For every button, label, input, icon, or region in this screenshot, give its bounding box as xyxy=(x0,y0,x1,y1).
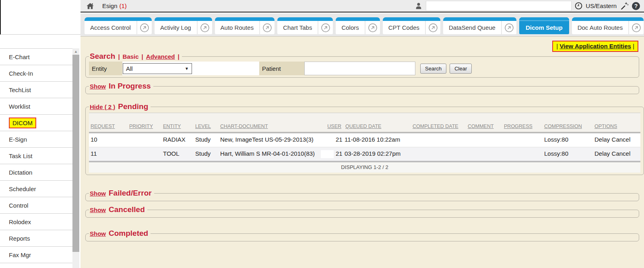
user-blank-box xyxy=(321,150,334,158)
cell-user: 21 xyxy=(334,133,344,147)
timezone-label[interactable]: US/Eastern xyxy=(586,2,617,9)
sidebar-item-control[interactable]: Control xyxy=(0,197,72,214)
sidebar-item-task-list[interactable]: Task List xyxy=(0,148,72,164)
sidebar-item-worklist[interactable]: Worklist xyxy=(0,98,72,115)
option-delay[interactable]: Delay xyxy=(594,150,610,157)
patient-input[interactable] xyxy=(304,62,415,75)
cell-comment xyxy=(466,147,502,162)
user-blank-box xyxy=(321,136,334,144)
cancelled-toggle-link[interactable]: Show xyxy=(90,206,106,213)
tab-dicom-setup[interactable]: Dicom Setup xyxy=(519,17,569,34)
chevron-down-icon: ▼ xyxy=(185,66,192,71)
sidebar-item-techlist[interactable]: TechList xyxy=(0,82,72,98)
cell-comment xyxy=(466,133,502,147)
cancelled-legend: Show Cancelled xyxy=(89,205,147,214)
sidebar-item-rolodex[interactable]: Rolodex xyxy=(0,214,72,230)
clock-icon[interactable] xyxy=(575,2,582,10)
pending-toggle-link[interactable]: Hide ( 2 ) xyxy=(90,103,115,110)
cell-entity: TOOL xyxy=(161,147,194,162)
tab-accent-bar xyxy=(443,17,516,21)
cell-blank xyxy=(319,133,334,147)
sidebar-scrollbar[interactable]: ▲ xyxy=(72,48,79,268)
tab-colors[interactable]: Colors xyxy=(336,17,380,34)
search-section: Search | Basic | Advanced | Entity All ▼… xyxy=(85,52,639,78)
external-link-icon[interactable] xyxy=(318,21,333,34)
sidebar-item-scheduler[interactable]: Scheduler xyxy=(0,181,72,197)
column-header-progress[interactable]: PROGRESS xyxy=(502,113,543,133)
tab-doc-auto-routes[interactable]: Doc Auto Routes xyxy=(572,17,644,34)
tab-label: Activity Log xyxy=(155,21,197,34)
tab-activity-log[interactable]: Activity Log xyxy=(155,17,212,34)
sidebar-menu: E-Chart Check-In TechList Worklist DICOM… xyxy=(0,48,72,263)
scrollbar-up-arrow[interactable]: ▲ xyxy=(72,48,79,54)
cell-request: 10 xyxy=(89,133,128,147)
tab-auto-routes[interactable]: Auto Routes xyxy=(215,17,275,34)
external-link-icon[interactable] xyxy=(365,21,380,34)
external-link-icon[interactable] xyxy=(260,21,275,34)
title-badge: (1) xyxy=(120,2,127,9)
external-link-icon[interactable] xyxy=(502,21,516,34)
option-cancel[interactable]: Cancel xyxy=(612,150,631,157)
column-header-options[interactable]: OPTIONS xyxy=(593,113,640,133)
sidebar-item-check-in[interactable]: Check-In xyxy=(0,65,72,82)
column-header-request[interactable]: REQUEST xyxy=(89,113,128,133)
scrollbar-thumb[interactable] xyxy=(72,55,79,252)
tab-cpt-codes[interactable]: CPT Codes xyxy=(383,17,440,34)
failed-error-section: Show Failed/Error xyxy=(85,189,639,201)
pending-table: REQUESTPRIORITYENTITYLEVELCHART-DOCUMENT… xyxy=(89,113,640,173)
sidebar-item-fax-mgr[interactable]: Fax Mgr xyxy=(0,247,72,263)
option-delay[interactable]: Delay xyxy=(594,136,610,143)
column-header-level[interactable]: LEVEL xyxy=(194,113,219,133)
tab-accent-bar xyxy=(336,17,380,21)
tab-chart-tabs[interactable]: Chart Tabs xyxy=(277,17,333,34)
external-link-icon[interactable] xyxy=(198,21,212,34)
pending-footer-row: DISPLAYING 1-2 / 2 xyxy=(89,162,640,173)
tab-datasend-queue[interactable]: DataSend Queue xyxy=(443,17,516,34)
column-header-user[interactable]: USER xyxy=(319,113,344,133)
column-header-comment[interactable]: COMMENT xyxy=(466,113,502,133)
failed-title: Failed/Error xyxy=(109,189,152,198)
cancelled-title: Cancelled xyxy=(109,205,145,214)
failed-toggle-link[interactable]: Show xyxy=(90,190,106,197)
cell-chart-document: Hart, William S MR-04-01-2010(83) xyxy=(219,147,319,162)
completed-toggle-link[interactable]: Show xyxy=(90,230,106,237)
column-header-entity[interactable]: ENTITY xyxy=(161,113,194,133)
user-icon[interactable] xyxy=(415,2,423,10)
tab-access-control[interactable]: Access Control xyxy=(85,17,152,34)
column-header-completed-date[interactable]: COMPLETED DATE xyxy=(411,113,466,133)
tab-label: Colors xyxy=(336,21,364,34)
sidebar-item-dicom[interactable]: DICOM xyxy=(0,115,72,131)
sidebar-item-reports[interactable]: Reports xyxy=(0,230,72,247)
magic-wand-icon[interactable] xyxy=(620,2,629,10)
ve-label: View Application Entities xyxy=(559,43,631,49)
sidebar-item-e-sign[interactable]: E-Sign xyxy=(0,131,72,148)
external-link-icon[interactable] xyxy=(629,21,644,34)
global-search-input[interactable] xyxy=(426,1,572,11)
tab-accent-bar xyxy=(215,17,275,21)
entity-select[interactable]: All ▼ xyxy=(123,63,192,74)
clear-button[interactable]: Clear xyxy=(450,64,472,74)
sidebar-item-label: Scheduler xyxy=(9,186,36,192)
option-cancel[interactable]: Cancel xyxy=(612,136,631,143)
cell-queued-date: 03-28-2019 02:27pm xyxy=(344,147,411,162)
sidebar-item-e-chart[interactable]: E-Chart xyxy=(0,49,72,65)
ve-pre: | xyxy=(556,43,558,49)
tab-label: DataSend Queue xyxy=(443,21,501,34)
column-header-queued-date[interactable]: QUEUED DATE xyxy=(344,113,411,133)
column-header-compression[interactable]: COMPRESSION xyxy=(543,113,593,133)
in-progress-toggle-link[interactable]: Show xyxy=(90,83,106,90)
sidebar-item-label: Rolodex xyxy=(9,219,31,225)
help-icon[interactable]: ? xyxy=(632,2,640,10)
completed-title: Completed xyxy=(109,229,148,238)
search-mode-advanced-link[interactable]: Advanced xyxy=(146,53,175,60)
column-header-chart-document[interactable]: CHART-DOCUMENT xyxy=(219,113,319,133)
column-header-priority[interactable]: PRIORITY xyxy=(128,113,161,133)
search-button[interactable]: Search xyxy=(420,64,446,74)
tab-label: Access Control xyxy=(85,21,136,34)
external-link-icon[interactable] xyxy=(426,21,440,34)
view-application-entities-link[interactable]: | View Application Entities | xyxy=(552,41,638,52)
patient-label: Patient xyxy=(259,62,304,75)
sidebar-item-dictation[interactable]: Dictation xyxy=(0,164,72,181)
external-link-icon[interactable] xyxy=(137,21,152,34)
home-icon[interactable] xyxy=(86,2,94,10)
